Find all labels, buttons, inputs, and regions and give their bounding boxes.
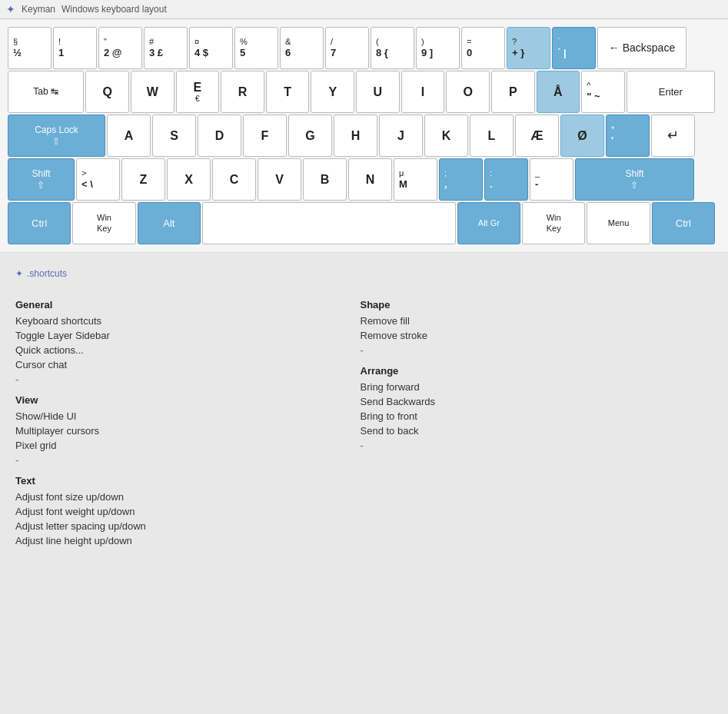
key-rwin[interactable]: WinKey	[522, 202, 585, 244]
shortcut-remove-stroke: Remove stroke	[361, 328, 690, 343]
app-header: ✦ Keyman Windows keyboard layout	[0, 0, 728, 19]
key-backspace[interactable]: ← Backspace	[597, 27, 686, 69]
key-star[interactable]: *'	[606, 115, 650, 157]
key-u[interactable]: U	[356, 71, 400, 113]
key-acute[interactable]: `´ |	[552, 27, 596, 69]
key-t[interactable]: T	[266, 71, 310, 113]
key-y[interactable]: Y	[311, 71, 354, 113]
key-2[interactable]: "2 @	[98, 27, 142, 69]
key-ltgt[interactable]: >< \	[76, 158, 120, 201]
key-a[interactable]: A	[107, 115, 151, 157]
category-arrange: Arrange	[361, 365, 690, 377]
key-dash[interactable]: _-	[530, 158, 573, 201]
key-section[interactable]: §½	[8, 27, 52, 69]
key-altgr[interactable]: Alt Gr	[457, 202, 520, 244]
shortcut-toggle-layer-sidebar: Toggle Layer Sidebar	[15, 328, 345, 343]
key-k[interactable]: K	[424, 115, 468, 157]
shortcut-bring-to-front: Bring to front	[361, 409, 690, 423]
key-r[interactable]: R	[221, 71, 264, 113]
keyboard-grid: §½ !1 "2 @ #3 £ ¤4 $ %5 &6 /7 (8 { )9 ] …	[8, 27, 715, 244]
key-lshift[interactable]: Shift⇧	[8, 158, 75, 201]
shortcut-show-hide-ui: Show/Hide UI	[15, 409, 345, 423]
shortcuts-icon: ✦	[15, 268, 23, 279]
key-8[interactable]: (8 {	[371, 27, 414, 69]
key-ae[interactable]: Æ	[515, 115, 559, 157]
category-view: View	[15, 394, 345, 406]
key-tab[interactable]: Tab ↹	[8, 71, 84, 113]
key-row-5: Ctrl WinKey Alt Alt Gr WinKey Menu Ctrl	[8, 202, 715, 244]
key-n[interactable]: N	[348, 158, 392, 201]
key-period[interactable]: :.	[484, 158, 528, 201]
key-capslock[interactable]: Caps Lock⇧	[8, 115, 105, 157]
shortcuts-header: ✦ .shortcuts	[15, 268, 705, 279]
key-rctrl[interactable]: Ctrl	[652, 202, 715, 244]
shortcut-send-to-back: Send to back	[361, 423, 690, 438]
key-ostroke[interactable]: Ø	[560, 115, 604, 157]
key-1[interactable]: !1	[53, 27, 97, 69]
key-v[interactable]: V	[258, 158, 301, 201]
key-rshift[interactable]: Shift⇧	[575, 158, 694, 201]
key-comma[interactable]: ;,	[439, 158, 483, 201]
separator-1: -	[15, 372, 345, 387]
key-i[interactable]: I	[401, 71, 445, 113]
shortcut-bring-forward: Bring forward	[361, 380, 690, 394]
shortcuts-right-column: Shape Remove fill Remove stroke - Arrang…	[361, 291, 706, 548]
key-b[interactable]: B	[303, 158, 347, 201]
shortcut-remove-fill: Remove fill	[361, 314, 690, 328]
key-s[interactable]: S	[152, 115, 196, 157]
key-aring[interactable]: Å	[537, 71, 580, 113]
app-subtitle: Windows keyboard layout	[61, 4, 167, 15]
separator-2: -	[15, 453, 345, 467]
key-plus[interactable]: ?+ }	[507, 27, 550, 69]
key-umlaut[interactable]: ^" ~	[581, 71, 625, 113]
shortcut-send-backwards: Send Backwards	[361, 394, 690, 409]
key-enter-return[interactable]: ↵	[651, 115, 695, 157]
shortcut-keyboard-shortcuts: Keyboard shortcuts	[15, 314, 345, 328]
key-lalt[interactable]: Alt	[138, 202, 201, 244]
shortcut-quick-actions: Quick actions...	[15, 343, 345, 357]
key-e[interactable]: E€	[176, 71, 220, 113]
key-4[interactable]: ¤4 $	[189, 27, 233, 69]
key-h[interactable]: H	[334, 115, 377, 157]
key-x[interactable]: X	[167, 158, 211, 201]
key-row-3: Caps Lock⇧ A S D F G H J K L Æ Ø *' ↵	[8, 115, 715, 157]
key-f[interactable]: F	[243, 115, 287, 157]
key-q[interactable]: Q	[85, 71, 129, 113]
key-l[interactable]: L	[470, 115, 514, 157]
shortcuts-grid: General Keyboard shortcuts Toggle Layer …	[15, 291, 705, 548]
key-d[interactable]: D	[198, 115, 241, 157]
key-6[interactable]: &6	[280, 27, 324, 69]
category-shape: Shape	[361, 299, 690, 311]
key-9[interactable]: )9 ]	[416, 27, 460, 69]
key-lwin[interactable]: WinKey	[72, 202, 135, 244]
key-menu[interactable]: Menu	[587, 202, 650, 244]
key-j[interactable]: J	[379, 115, 423, 157]
category-general: General	[15, 299, 345, 311]
key-row-4: Shift⇧ >< \ Z X C V B N μM ;, :. _- Shif…	[8, 158, 715, 201]
key-row-2: Tab ↹ Q W E€ R T Y U I O P Å ^" ~ Enter	[8, 71, 715, 113]
shortcut-multiplayer-cursors: Multiplayer cursors	[15, 423, 345, 438]
shortcut-cursor-chat: Cursor chat	[15, 357, 345, 372]
key-m[interactable]: μM	[394, 158, 437, 201]
key-c[interactable]: C	[212, 158, 256, 201]
key-row-1: §½ !1 "2 @ #3 £ ¤4 $ %5 &6 /7 (8 { )9 ] …	[8, 27, 715, 69]
key-0[interactable]: =0	[461, 27, 505, 69]
app-title: Keyman	[22, 4, 55, 15]
category-text: Text	[15, 475, 345, 487]
key-z[interactable]: Z	[121, 158, 165, 201]
key-g[interactable]: G	[288, 115, 332, 157]
keyboard-section: §½ !1 "2 @ #3 £ ¤4 $ %5 &6 /7 (8 { )9 ] …	[0, 19, 728, 253]
key-enter[interactable]: Enter	[627, 71, 715, 113]
shortcuts-left-column: General Keyboard shortcuts Toggle Layer …	[15, 291, 361, 548]
key-p[interactable]: P	[491, 71, 535, 113]
key-lctrl[interactable]: Ctrl	[8, 202, 71, 244]
shortcut-line-height: Adjust line height up/down	[15, 533, 345, 548]
key-5[interactable]: %5	[234, 27, 278, 69]
key-7[interactable]: /7	[325, 27, 369, 69]
key-space[interactable]	[202, 202, 456, 244]
key-o[interactable]: O	[446, 71, 490, 113]
shortcut-font-size: Adjust font size up/down	[15, 490, 345, 504]
key-w[interactable]: W	[131, 71, 175, 113]
shortcuts-section: ✦ .shortcuts General Keyboard shortcuts …	[0, 253, 728, 563]
key-3[interactable]: #3 £	[144, 27, 188, 69]
